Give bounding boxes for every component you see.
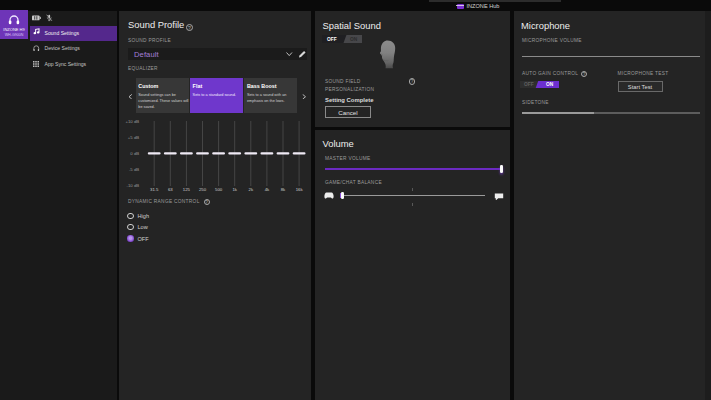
svg-text:31.5: 31.5 <box>150 187 159 192</box>
svg-text:4k: 4k <box>265 187 270 192</box>
svg-text:125: 125 <box>183 187 191 192</box>
svg-text:+5 dB: +5 dB <box>128 135 139 140</box>
svg-text:+10 dB: +10 dB <box>125 119 139 124</box>
svg-text:2k: 2k <box>249 187 254 192</box>
svg-text:-10 dB: -10 dB <box>127 183 140 188</box>
svg-text:16k: 16k <box>296 187 304 192</box>
svg-text:500: 500 <box>215 187 223 192</box>
svg-text:0 dB: 0 dB <box>130 151 139 156</box>
svg-text:1k: 1k <box>232 187 237 192</box>
svg-text:63: 63 <box>168 187 173 192</box>
svg-text:8k: 8k <box>281 187 286 192</box>
svg-text:-5 dB: -5 dB <box>129 167 139 172</box>
svg-text:250: 250 <box>199 187 207 192</box>
